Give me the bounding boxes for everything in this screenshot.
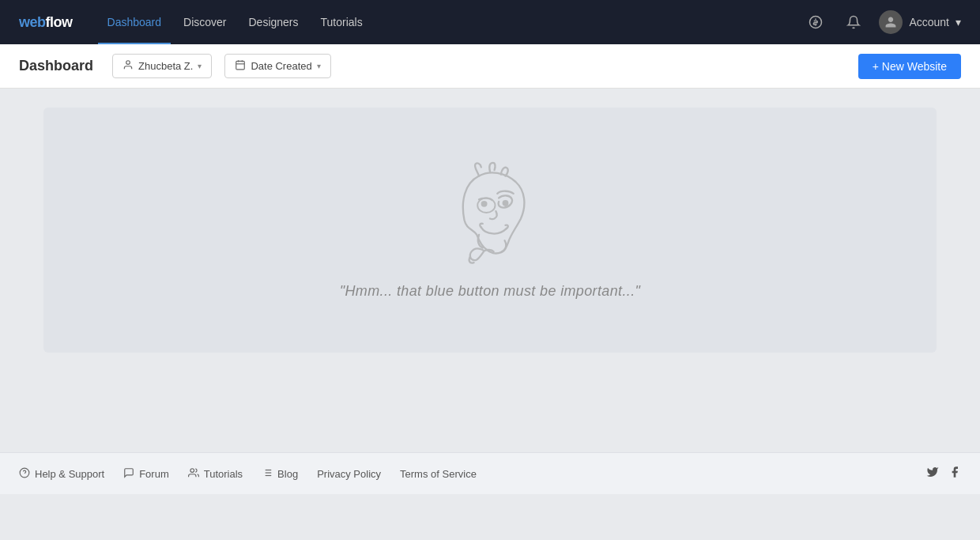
nav-designers[interactable]: Designers [239,11,307,33]
subheader: Dashboard Zhucbeta Z. ▾ Date Created ▾ +… [0,44,980,89]
footer-social [926,466,961,481]
empty-message: "Hmm... that blue button must be importa… [340,283,641,300]
date-filter-chevron: ▾ [317,62,321,70]
nav-tutorials[interactable]: Tutorials [311,11,372,33]
avatar [879,10,903,34]
footer-forum[interactable]: Forum [123,467,169,481]
dollar-icon[interactable] [803,9,828,35]
nav-discover[interactable]: Discover [174,11,236,33]
empty-state-card: "Hmm... that blue button must be importa… [43,108,937,353]
tutorials-icon [188,467,199,481]
user-filter-button[interactable]: Zhucbeta Z. ▾ [112,54,212,78]
nav-dashboard[interactable]: Dashboard [98,11,172,33]
navbar: webflow Dashboard Discover Designers Tut… [0,0,980,44]
svg-point-7 [482,202,487,206]
date-filter-icon [235,59,246,73]
troll-face-illustration [439,161,541,264]
tutorials-label: Tutorials [204,468,243,480]
footer-tutorials[interactable]: Tutorials [188,467,243,481]
facebook-icon[interactable] [948,466,961,481]
new-website-button[interactable]: + New Website [858,54,961,79]
blog-icon [262,467,273,481]
svg-point-1 [126,61,130,65]
footer-privacy[interactable]: Privacy Policy [317,468,381,480]
footer-help-support[interactable]: Help & Support [19,467,104,481]
main-content: "Hmm... that blue button must be importa… [0,89,980,452]
svg-point-8 [503,201,508,206]
nav-links: Dashboard Discover Designers Tutorials [98,11,804,33]
bell-icon[interactable] [841,9,866,35]
svg-rect-2 [236,61,245,70]
forum-label: Forum [139,468,169,480]
twitter-icon[interactable] [926,466,939,481]
blog-label: Blog [277,468,298,480]
footer-terms[interactable]: Terms of Service [400,468,477,480]
help-label: Help & Support [35,468,104,480]
help-icon [19,467,30,481]
user-filter-label: Zhucbeta Z. [138,60,193,72]
account-menu[interactable]: Account ▾ [879,10,961,34]
footer-blog[interactable]: Blog [262,467,298,481]
nav-right: Account ▾ [803,9,961,35]
svg-point-11 [190,468,194,472]
page-title: Dashboard [19,58,93,74]
user-filter-icon [122,59,134,73]
account-chevron: ▾ [956,16,961,28]
user-filter-chevron: ▾ [198,62,202,70]
new-website-label: + New Website [873,60,947,73]
date-filter-label: Date Created [251,60,311,72]
date-filter-button[interactable]: Date Created ▾ [224,54,330,78]
footer: Help & Support Forum Tutorials Blog Priv… [0,452,980,494]
forum-icon [123,467,134,481]
account-label: Account [909,16,949,28]
logo[interactable]: webflow [19,14,73,31]
terms-label: Terms of Service [400,468,477,480]
privacy-label: Privacy Policy [317,468,381,480]
